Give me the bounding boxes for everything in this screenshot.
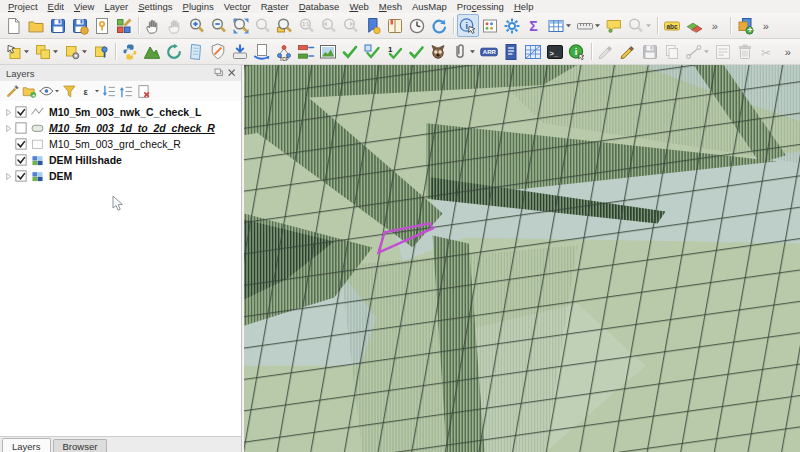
menu-item-project[interactable]: Project xyxy=(3,1,43,12)
zoom-next-button[interactable] xyxy=(340,14,362,37)
zoom-to-selection-button[interactable] xyxy=(252,14,274,37)
plugin-animal-button[interactable] xyxy=(427,40,449,63)
overflow-button[interactable]: » xyxy=(705,14,727,37)
map-tips-button[interactable] xyxy=(603,14,625,37)
identify-features-button[interactable]: i xyxy=(457,14,479,37)
delete-selected-button[interactable] xyxy=(734,40,756,63)
add-group-button[interactable]: + xyxy=(21,83,38,100)
copy-features-button[interactable] xyxy=(661,40,683,63)
edit-pencil-button[interactable] xyxy=(617,40,639,63)
scratch-paper-button[interactable] xyxy=(185,40,207,63)
vertex-tool-button[interactable] xyxy=(683,40,712,63)
zoom-out-button[interactable] xyxy=(208,14,230,37)
pan-map-button[interactable] xyxy=(142,14,164,37)
layer-row[interactable]: M10_5m_003_nwk_C_check_L xyxy=(0,104,241,120)
download-layer-button[interactable] xyxy=(229,40,251,63)
zoom-to-layer-button[interactable] xyxy=(274,14,296,37)
filter-expression-button[interactable]: ε xyxy=(78,83,101,100)
menu-item-mesh[interactable]: Mesh xyxy=(374,1,407,12)
menu-item-settings[interactable]: Settings xyxy=(133,1,177,12)
project-properties-button[interactable] xyxy=(91,14,113,37)
menu-item-raster[interactable]: Raster xyxy=(256,1,294,12)
check-valid-button[interactable] xyxy=(339,40,361,63)
transfer-layers-button[interactable] xyxy=(295,40,317,63)
label-abc-button[interactable]: abc xyxy=(661,14,683,37)
tcp-connection-button[interactable]: TCP xyxy=(273,40,295,63)
zoom-to-feature-button[interactable] xyxy=(625,14,654,37)
menu-item-ausmap[interactable]: AusMap xyxy=(407,1,452,12)
toggle-editing-button[interactable] xyxy=(595,40,617,63)
zoom-last-button[interactable] xyxy=(318,14,340,37)
styling-panel-button[interactable] xyxy=(4,83,21,100)
dropdown-caret-icon[interactable] xyxy=(703,43,710,61)
layer-checkbox[interactable] xyxy=(15,138,27,150)
style-manager-button[interactable] xyxy=(113,14,135,37)
dropdown-caret-icon[interactable] xyxy=(469,43,476,61)
pan-to-selection-button[interactable] xyxy=(164,14,186,37)
georeferencer-button[interactable] xyxy=(317,40,339,63)
layer-row[interactable]: M10_5m_003_grd_check_R xyxy=(0,136,241,152)
show-bookmarks-button[interactable] xyxy=(384,14,406,37)
layer-labeling-button[interactable] xyxy=(683,14,705,37)
new-bookmark-button[interactable] xyxy=(362,14,384,37)
select-gear-button[interactable] xyxy=(61,40,90,63)
measure-button[interactable] xyxy=(574,14,603,37)
open-project-button[interactable] xyxy=(25,14,47,37)
saga-raster-button[interactable] xyxy=(141,40,163,63)
cut-features-button[interactable]: ✂ xyxy=(756,40,778,63)
new-project-button[interactable] xyxy=(3,14,25,37)
metadata-info-button[interactable]: i xyxy=(566,40,588,63)
layer-expander-icon[interactable] xyxy=(3,171,14,182)
dropdown-caret-icon[interactable] xyxy=(565,17,572,35)
layer-row[interactable]: DEM Hillshade xyxy=(0,152,241,168)
panel-undock-button[interactable] xyxy=(213,67,225,79)
panel-tab-browser[interactable]: Browser xyxy=(53,439,108,452)
menu-item-edit[interactable]: Edit xyxy=(43,1,69,12)
report-doc-button[interactable] xyxy=(500,40,522,63)
arr-tool-button[interactable]: ARR xyxy=(478,40,500,63)
check-plain-button[interactable] xyxy=(405,40,427,63)
menu-item-plugins[interactable]: Plugins xyxy=(178,1,219,12)
layer-expander-icon[interactable] xyxy=(3,123,14,134)
layer-checkbox[interactable] xyxy=(15,154,27,166)
menu-item-processing[interactable]: Processing xyxy=(452,1,509,12)
mesh-layer-button[interactable] xyxy=(522,40,544,63)
layer-checkbox[interactable] xyxy=(15,106,27,118)
zoom-native-button[interactable]: 1:1 xyxy=(296,14,318,37)
temporal-controller-button[interactable] xyxy=(406,14,428,37)
menu-item-help[interactable]: Help xyxy=(509,1,539,12)
menu-item-layer[interactable]: Layer xyxy=(99,1,133,12)
menu-item-vector[interactable]: Vector xyxy=(219,1,256,12)
add-layers-button[interactable]: + xyxy=(734,14,756,37)
import-layer-button[interactable] xyxy=(251,40,273,63)
dropdown-caret-icon[interactable] xyxy=(23,43,30,61)
menu-item-view[interactable]: View xyxy=(69,1,99,12)
overflow-button[interactable]: » xyxy=(778,40,800,63)
layer-row[interactable]: DEM xyxy=(0,168,241,184)
dropdown-caret-icon[interactable] xyxy=(52,43,59,61)
zoom-full-extent-button[interactable] xyxy=(230,14,252,37)
refresh-button[interactable] xyxy=(428,14,450,37)
select-multi-button[interactable] xyxy=(32,40,61,63)
check-topology-button[interactable] xyxy=(361,40,383,63)
processing-toolbox-button[interactable] xyxy=(501,14,523,37)
map-canvas[interactable] xyxy=(242,65,800,452)
menu-item-database[interactable]: Database xyxy=(294,1,345,12)
console-terminal-button[interactable]: >_ xyxy=(544,40,566,63)
zoom-in-button[interactable] xyxy=(186,14,208,37)
overflow-button[interactable]: » xyxy=(756,14,778,37)
grass-swirl-button[interactable] xyxy=(163,40,185,63)
attachments-button[interactable] xyxy=(449,40,478,63)
digitize-shield-button[interactable] xyxy=(207,40,229,63)
python-console-button[interactable] xyxy=(119,40,141,63)
select-by-value-button[interactable] xyxy=(479,14,501,37)
collapse-all-button[interactable] xyxy=(118,83,135,100)
select-location-button[interactable] xyxy=(90,40,112,63)
menu-item-web[interactable]: Web xyxy=(344,1,373,12)
layer-checkbox[interactable] xyxy=(15,122,27,134)
select-features-button[interactable] xyxy=(3,40,32,63)
panel-close-button[interactable] xyxy=(226,67,238,79)
save-project-button[interactable] xyxy=(47,14,69,37)
panel-tab-layers[interactable]: Layers xyxy=(2,438,51,452)
layer-checkbox[interactable] xyxy=(15,170,27,182)
